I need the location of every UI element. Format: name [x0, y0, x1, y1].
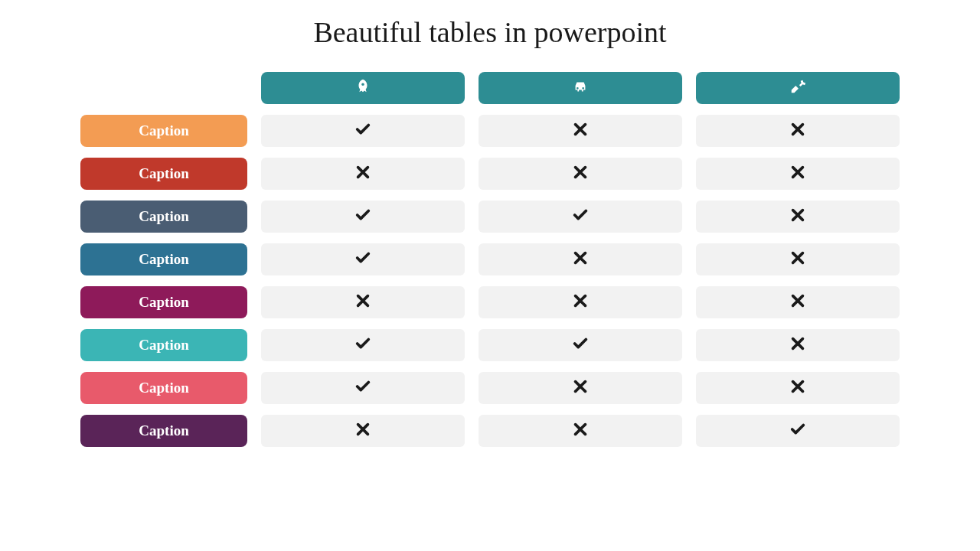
table-cell	[479, 201, 682, 233]
table-cell	[479, 329, 682, 361]
table-cell	[696, 415, 900, 447]
table-cell	[479, 158, 682, 190]
cross-icon	[789, 378, 806, 398]
table-cell	[696, 372, 900, 404]
cross-icon	[354, 292, 371, 312]
table-cell	[261, 115, 465, 147]
cross-icon	[789, 249, 806, 269]
cross-icon	[572, 249, 589, 269]
check-icon	[572, 207, 589, 227]
table-cell	[261, 329, 465, 361]
row-caption: Caption	[80, 329, 247, 361]
check-icon	[354, 249, 371, 269]
table-header-row	[80, 72, 900, 104]
cross-icon	[354, 164, 371, 184]
column-header	[696, 72, 900, 104]
table-row: Caption	[80, 329, 900, 361]
tools-icon	[789, 78, 806, 98]
table-cell	[696, 115, 900, 147]
cross-icon	[789, 207, 806, 227]
table-cell	[261, 201, 465, 233]
row-caption: Caption	[80, 286, 247, 318]
table-row: Caption	[80, 372, 900, 404]
row-caption: Caption	[80, 115, 247, 147]
table-cell	[261, 372, 465, 404]
table-cell	[261, 286, 465, 318]
cross-icon	[789, 164, 806, 184]
table-cell	[479, 243, 682, 276]
table-row: Caption	[80, 286, 900, 318]
cross-icon	[354, 421, 371, 441]
table-cell	[479, 372, 682, 404]
page-title: Beautiful tables in powerpoint	[0, 15, 980, 49]
table-cell	[696, 286, 900, 318]
table-cell	[479, 415, 682, 447]
column-header	[479, 72, 682, 104]
table-row: Caption	[80, 201, 900, 233]
table-row: Caption	[80, 158, 900, 190]
cross-icon	[572, 121, 589, 141]
table-cell	[479, 115, 682, 147]
table-cell	[479, 286, 682, 318]
row-caption: Caption	[80, 243, 247, 276]
rocket-icon	[354, 78, 371, 98]
row-caption: Caption	[80, 201, 247, 233]
cross-icon	[572, 292, 589, 312]
cross-icon	[789, 121, 806, 141]
cross-icon	[572, 164, 589, 184]
check-icon	[354, 207, 371, 227]
table-cell	[261, 415, 465, 447]
table-cell	[696, 158, 900, 190]
check-icon	[572, 335, 589, 355]
table-cell	[696, 329, 900, 361]
row-caption: Caption	[80, 372, 247, 404]
check-icon	[354, 378, 371, 398]
check-icon	[354, 121, 371, 141]
row-caption: Caption	[80, 415, 247, 447]
table-cell	[261, 243, 465, 276]
comparison-table: CaptionCaptionCaptionCaptionCaptionCapti…	[80, 72, 900, 447]
cross-icon	[789, 292, 806, 312]
table-cell	[261, 158, 465, 190]
car-icon	[572, 78, 589, 98]
slide: Beautiful tables in powerpoint CaptionCa…	[0, 0, 980, 551]
cross-icon	[572, 378, 589, 398]
table-row: Caption	[80, 115, 900, 147]
check-icon	[354, 335, 371, 355]
column-header	[261, 72, 465, 104]
table-row: Caption	[80, 415, 900, 447]
row-caption: Caption	[80, 158, 247, 190]
table-cell	[696, 201, 900, 233]
header-spacer	[80, 72, 247, 104]
check-icon	[789, 421, 806, 441]
table-cell	[696, 243, 900, 276]
cross-icon	[572, 421, 589, 441]
table-row: Caption	[80, 243, 900, 276]
cross-icon	[789, 335, 806, 355]
